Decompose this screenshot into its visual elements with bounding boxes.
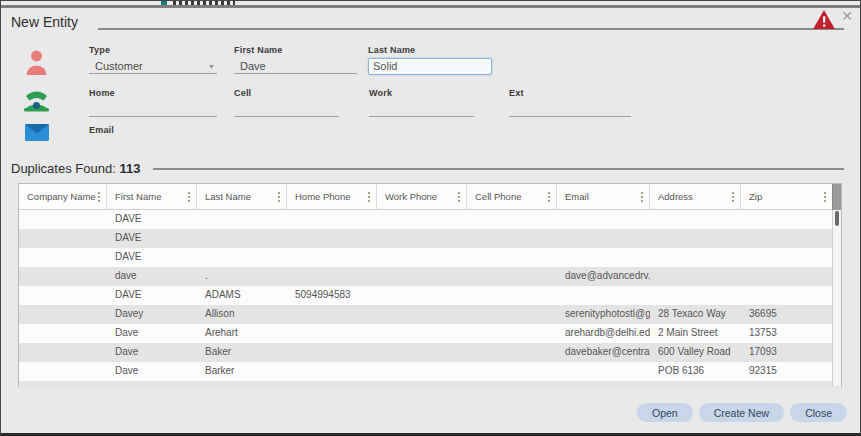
column-header-first-name[interactable]: First Name: [107, 184, 197, 209]
table-cell: [467, 362, 557, 381]
table-cell: [467, 210, 557, 229]
column-header-label: Last Name: [205, 191, 251, 202]
table-cell: [19, 229, 107, 248]
last-name-input[interactable]: Solid: [368, 58, 492, 75]
table-cell: 17093: [741, 343, 832, 362]
table-cell: [467, 229, 557, 248]
dialog-top-border: [1, 5, 860, 8]
ext-label: Ext: [509, 88, 631, 98]
new-entity-dialog: New Entity ✕ Type Customer: [0, 0, 861, 436]
table-cell: [377, 362, 467, 381]
cell-label: Cell: [234, 88, 339, 98]
table-cell: [377, 343, 467, 362]
first-name-input[interactable]: Dave: [234, 58, 357, 74]
column-header-zip[interactable]: Zip: [741, 184, 832, 209]
email-field: Email: [89, 125, 217, 135]
scrollbar-corner: [832, 184, 841, 210]
table-cell: [377, 286, 467, 305]
table-cell: .: [197, 267, 287, 286]
column-header-label: Address: [658, 191, 693, 202]
column-header-cell-phone[interactable]: Cell Phone: [467, 184, 557, 209]
column-menu-icon[interactable]: [366, 190, 372, 204]
open-button[interactable]: Open: [637, 403, 693, 422]
column-menu-icon[interactable]: [730, 190, 736, 204]
last-name-label: Last Name: [368, 45, 492, 55]
column-menu-icon[interactable]: [276, 190, 282, 204]
create-new-button[interactable]: Create New: [699, 403, 784, 422]
table-row[interactable]: dave.dave@advancedrv.net: [19, 267, 841, 286]
table-cell: dave: [107, 267, 197, 286]
table-cell: [19, 362, 107, 381]
ext-input[interactable]: [509, 101, 631, 117]
close-button[interactable]: Close: [790, 403, 847, 422]
table-cell: [377, 248, 467, 267]
footer-actions: Open Create New Close: [637, 403, 847, 422]
table-row[interactable]: DaveyAllisonserenityphotostl@gm...28 Tex…: [19, 305, 841, 324]
table-cell: Barker: [197, 362, 287, 381]
duplicates-title: Duplicates Found: 113: [11, 161, 140, 176]
table-cell: DAVE: [107, 210, 197, 229]
phone-icon: [23, 89, 50, 116]
table-cell: [287, 267, 377, 286]
first-name-field: First Name Dave: [234, 45, 357, 74]
table-cell: [557, 229, 650, 248]
column-menu-icon[interactable]: [639, 190, 645, 204]
table-cell: 28 Texaco Way: [650, 305, 741, 324]
table-cell: 13753: [741, 324, 832, 343]
column-header-company-name[interactable]: Company Name: [19, 184, 107, 209]
table-cell: [287, 210, 377, 229]
email-label: Email: [89, 125, 217, 135]
table-cell: Dave: [107, 343, 197, 362]
table-cell: 92315: [741, 362, 832, 381]
column-menu-icon[interactable]: [546, 190, 552, 204]
first-name-label: First Name: [234, 45, 357, 55]
table-cell: DAVE: [107, 286, 197, 305]
table-cell: [650, 210, 741, 229]
table-cell: 5094994583: [287, 286, 377, 305]
table-row[interactable]: DaveBarkerPOB 613692315: [19, 362, 841, 381]
type-value: Customer: [95, 60, 143, 72]
column-header-label: First Name: [115, 191, 161, 202]
column-header-label: Home Phone: [295, 191, 350, 202]
column-header-work-phone[interactable]: Work Phone: [377, 184, 467, 209]
column-header-last-name[interactable]: Last Name: [197, 184, 287, 209]
table-row[interactable]: DaveArehartarehardb@delhi.edu2 Main Stre…: [19, 324, 841, 343]
table-cell: Baker: [197, 343, 287, 362]
column-menu-icon[interactable]: [822, 190, 828, 204]
table-cell: [650, 229, 741, 248]
table-cell: [377, 267, 467, 286]
work-field: Work: [369, 88, 474, 117]
envelope-icon: [25, 124, 49, 145]
table-row[interactable]: DaveBakerdavebaker@centralpe...600 Valle…: [19, 343, 841, 362]
column-menu-icon[interactable]: [186, 190, 192, 204]
column-menu-icon[interactable]: [456, 190, 462, 204]
type-dropdown[interactable]: Customer ▼: [89, 58, 217, 74]
column-menu-icon[interactable]: [96, 190, 102, 204]
column-header-home-phone[interactable]: Home Phone: [287, 184, 377, 209]
cell-input[interactable]: [234, 101, 339, 117]
table-row[interactable]: DAVE: [19, 229, 841, 248]
table-cell: [19, 324, 107, 343]
column-header-label: Work Phone: [385, 191, 437, 202]
work-input[interactable]: [369, 101, 474, 117]
vertical-scrollbar[interactable]: [832, 210, 841, 386]
table-cell: [19, 343, 107, 362]
scrollbar-thumb[interactable]: [835, 211, 839, 226]
table-row[interactable]: DAVE: [19, 248, 841, 267]
table-cell: [741, 267, 832, 286]
table-cell: Dave: [107, 324, 197, 343]
home-input[interactable]: [89, 101, 217, 117]
duplicates-label: Duplicates Found:: [11, 161, 116, 176]
duplicates-count: 113: [119, 161, 140, 176]
column-header-address[interactable]: Address: [650, 184, 741, 209]
type-label: Type: [89, 45, 217, 55]
table-row[interactable]: DAVEADAMS5094994583: [19, 286, 841, 305]
table-row[interactable]: DAVE: [19, 210, 841, 229]
table-cell: [467, 305, 557, 324]
column-header-email[interactable]: Email: [557, 184, 650, 209]
table-cell: [650, 267, 741, 286]
table-cell: [197, 229, 287, 248]
close-icon[interactable]: ✕: [839, 8, 855, 24]
table-cell: Allison: [197, 305, 287, 324]
table-cell: dave@advancedrv.net: [557, 267, 650, 286]
